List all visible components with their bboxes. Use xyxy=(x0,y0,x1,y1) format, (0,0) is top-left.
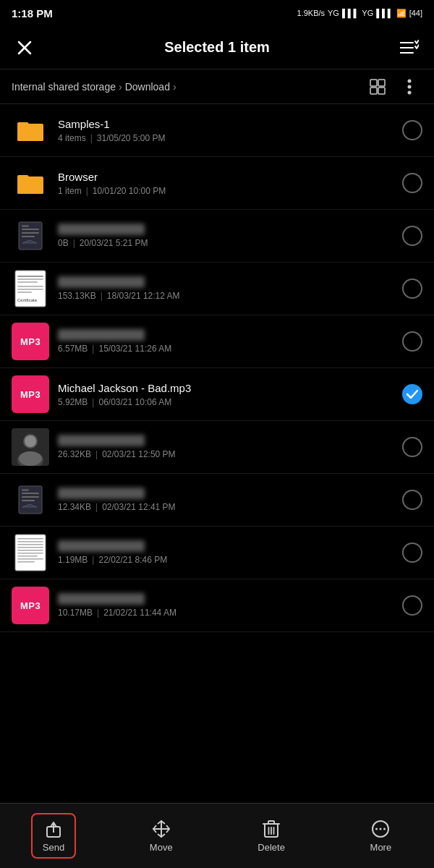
breadcrumb-root[interactable]: Internal shared storage xyxy=(12,81,116,93)
svg-rect-36 xyxy=(22,489,29,491)
svg-point-58 xyxy=(375,828,378,830)
grid-view-button[interactable] xyxy=(365,74,391,100)
file-checkbox[interactable] xyxy=(402,226,422,246)
file-size: 1.19MB xyxy=(58,555,88,565)
file-info: Michael Jackson - Bad.mp35.92MB|06/03/21… xyxy=(58,382,396,407)
svg-rect-17 xyxy=(22,236,35,237)
file-thumb xyxy=(12,534,49,571)
file-date: 20/03/21 5:21 PM xyxy=(80,238,148,248)
list-item[interactable]: MP310.17MB|21/02/21 11:44 AM xyxy=(0,579,434,632)
more-options-button[interactable] xyxy=(396,74,422,100)
svg-rect-21 xyxy=(17,278,43,280)
breadcrumb-sep1: › xyxy=(119,81,122,93)
list-item[interactable]: MP36.57MB|15/03/21 11:26 AM xyxy=(0,315,434,368)
file-size: 6.57MB xyxy=(58,344,88,354)
checklist-button[interactable] xyxy=(396,35,422,61)
file-size: 26.32KB xyxy=(58,449,91,459)
svg-point-9 xyxy=(408,79,412,82)
move-label: Move xyxy=(150,842,173,853)
svg-rect-15 xyxy=(22,229,39,230)
breadcrumb-current[interactable]: Download xyxy=(125,81,170,93)
battery-icon: [44] xyxy=(409,9,422,17)
svg-rect-41 xyxy=(17,547,43,548)
breadcrumb-actions xyxy=(365,74,422,100)
file-checkbox[interactable] xyxy=(402,437,422,457)
svg-rect-18 xyxy=(22,225,29,227)
file-name xyxy=(58,276,145,288)
list-item[interactable]: 26.32KB|02/03/21 12:50 PM xyxy=(0,421,434,474)
signal2-icon: ▌▌▌ xyxy=(376,9,393,17)
list-item[interactable]: MP3Michael Jackson - Bad.mp35.92MB|06/03… xyxy=(0,368,434,421)
list-item[interactable]: 0B|20/03/21 5:21 PM xyxy=(0,210,434,263)
svg-rect-16 xyxy=(22,232,39,234)
file-checkbox[interactable] xyxy=(402,173,422,193)
list-item[interactable]: 12.34KB|02/03/21 12:41 PM xyxy=(0,474,434,527)
svg-point-10 xyxy=(408,85,412,88)
file-checkbox[interactable] xyxy=(402,490,422,510)
wifi-icon: 📶 xyxy=(396,9,407,18)
file-size: 4 items xyxy=(58,133,86,143)
file-checkbox[interactable] xyxy=(402,278,422,299)
file-date: 21/02/21 11:44 AM xyxy=(103,608,176,618)
file-meta: 153.13KB|18/03/21 12:12 AM xyxy=(58,291,396,301)
file-info: 6.57MB|15/03/21 11:26 AM xyxy=(58,329,396,354)
delete-button[interactable]: Delete xyxy=(246,813,297,859)
file-info: 26.32KB|02/03/21 12:50 PM xyxy=(58,435,396,459)
svg-rect-40 xyxy=(17,544,43,545)
bottom-bar: Send Move Delete xyxy=(0,803,434,868)
breadcrumb[interactable]: Internal shared storage › Download › xyxy=(12,81,176,93)
file-name xyxy=(58,435,145,446)
file-date: 02/03/21 12:41 PM xyxy=(102,502,175,512)
page-title: Selected 1 item xyxy=(38,39,396,56)
svg-text:Certificate: Certificate xyxy=(17,298,38,302)
list-item[interactable]: Certificate 153.13KB|18/03/21 12:12 AM xyxy=(0,263,434,315)
file-meta: 4 items|31/05/20 5:00 PM xyxy=(58,133,396,143)
top-bar: Selected 1 item xyxy=(0,26,434,69)
network-speed: 1.9KB/s xyxy=(297,9,326,17)
file-thumb xyxy=(12,111,49,149)
breadcrumb-sep2: › xyxy=(173,81,176,93)
svg-rect-13 xyxy=(17,179,43,194)
svg-rect-53 xyxy=(268,821,274,824)
file-checkbox[interactable] xyxy=(402,331,422,352)
delete-label: Delete xyxy=(258,842,285,853)
file-checkbox[interactable] xyxy=(402,384,422,404)
file-name xyxy=(58,540,145,552)
file-checkbox[interactable] xyxy=(402,120,422,140)
file-checkbox[interactable] xyxy=(402,595,422,616)
list-item[interactable]: 1.19MB|22/02/21 8:46 PM xyxy=(0,527,434,579)
svg-rect-39 xyxy=(17,541,43,542)
svg-rect-5 xyxy=(370,80,377,86)
list-item[interactable]: Browser1 item|10/01/20 10:00 PM xyxy=(0,157,434,210)
file-size: 153.13KB xyxy=(58,291,96,301)
file-info: 0B|20/03/21 5:21 PM xyxy=(58,224,396,248)
svg-rect-38 xyxy=(17,538,43,540)
file-info: 1.19MB|22/02/21 8:46 PM xyxy=(58,540,396,565)
send-button[interactable]: Send xyxy=(31,813,76,859)
list-item[interactable]: Samples-14 items|31/05/20 5:00 PM xyxy=(0,104,434,157)
file-date: 06/03/21 10:06 AM xyxy=(98,397,171,407)
file-checkbox[interactable] xyxy=(402,542,422,563)
file-size: 10.17MB xyxy=(58,608,93,618)
file-meta: 12.34KB|02/03/21 12:41 PM xyxy=(58,502,396,512)
file-meta: 26.32KB|02/03/21 12:50 PM xyxy=(58,449,396,459)
file-thumb xyxy=(12,164,49,202)
svg-rect-34 xyxy=(22,496,39,498)
svg-rect-25 xyxy=(17,292,32,293)
file-name xyxy=(58,224,145,235)
file-name xyxy=(58,593,145,605)
svg-rect-35 xyxy=(22,500,35,501)
svg-point-59 xyxy=(380,828,382,830)
file-date: 02/03/21 12:50 PM xyxy=(102,449,175,459)
more-icon xyxy=(370,819,391,839)
more-button[interactable]: More xyxy=(359,813,404,859)
more-label: More xyxy=(370,842,392,853)
move-button[interactable]: Move xyxy=(138,813,184,859)
file-info: Samples-14 items|31/05/20 5:00 PM xyxy=(58,118,396,143)
file-date: 18/03/21 12:12 AM xyxy=(107,291,180,301)
close-button[interactable] xyxy=(12,35,38,61)
svg-rect-8 xyxy=(378,88,385,94)
send-icon xyxy=(43,819,64,839)
svg-rect-42 xyxy=(17,550,43,551)
file-size: 5.92MB xyxy=(58,397,88,407)
